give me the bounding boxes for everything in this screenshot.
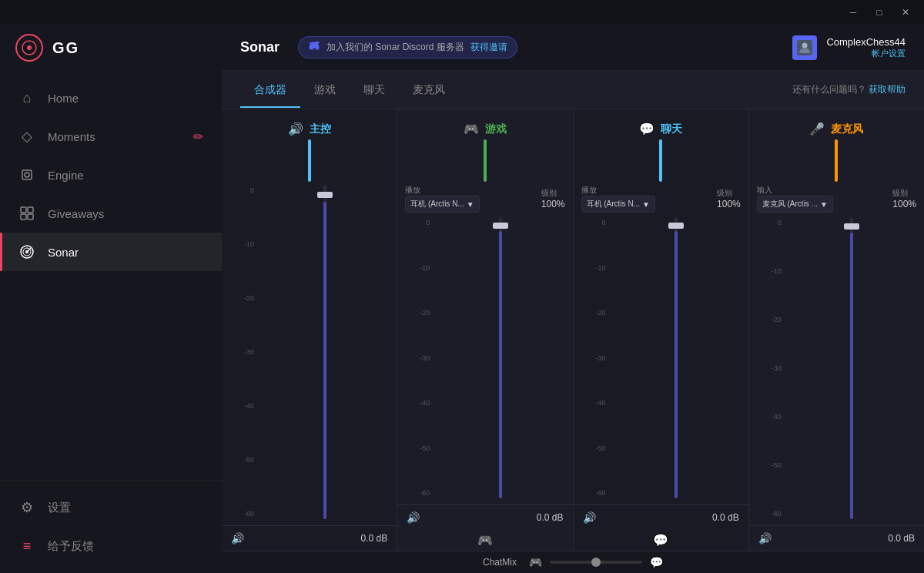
svg-point-12 bbox=[802, 42, 808, 48]
engine-icon bbox=[18, 166, 35, 183]
mic-mute-icon[interactable]: 🔊 bbox=[758, 532, 772, 545]
svg-rect-1 bbox=[22, 170, 32, 179]
chat-db-value: 0.0 dB bbox=[712, 512, 739, 523]
chatmix-thumb[interactable] bbox=[591, 558, 601, 567]
discord-text: 加入我们的 Sonar Discord 服务器 bbox=[326, 41, 464, 54]
maximize-button[interactable]: □ bbox=[867, 0, 892, 25]
mic-device-label: 输入 bbox=[757, 185, 833, 196]
game-fader-thumb[interactable] bbox=[493, 223, 508, 229]
tab-mixer[interactable]: 合成器 bbox=[240, 72, 300, 108]
chat-channel-name: 聊天 bbox=[661, 122, 682, 136]
game-channel-name: 游戏 bbox=[485, 122, 507, 136]
chatmix-game-icon: 🎮 bbox=[529, 556, 542, 568]
sidebar-item-feedback[interactable]: ≡ 给予反馈 bbox=[0, 527, 222, 565]
svg-point-0 bbox=[27, 45, 32, 50]
mic-level: 100% bbox=[892, 199, 916, 209]
logo-area: GG bbox=[0, 25, 222, 71]
chatmix-bar: ChatMix 🎮 💬 bbox=[222, 551, 924, 573]
svg-rect-4 bbox=[28, 207, 33, 213]
close-button[interactable]: ✕ bbox=[893, 0, 918, 25]
sidebar-item-label: Engine bbox=[48, 169, 84, 182]
chatmix-chat-icon: 💬 bbox=[650, 556, 663, 568]
mic-indicator bbox=[835, 139, 838, 182]
chat-level: 100% bbox=[717, 199, 741, 209]
mic-icon: 🎤 bbox=[809, 122, 825, 136]
svg-rect-3 bbox=[21, 207, 26, 213]
game-db-value: 0.0 dB bbox=[537, 512, 564, 523]
sidebar-item-moments[interactable]: ◇ Moments ✏ bbox=[0, 117, 222, 156]
sidebar-item-home[interactable]: ⌂ Home bbox=[0, 79, 222, 117]
chat-device-label: 播放 bbox=[581, 185, 655, 196]
chat-footer-icon: 💬 bbox=[653, 533, 668, 548]
sidebar-item-settings[interactable]: ⚙ 设置 bbox=[0, 488, 222, 527]
chat-device-select[interactable]: 耳机 (Arctis N... ▼ bbox=[581, 196, 655, 213]
app-body: GG ⌂ Home ◇ Moments ✏ Engine bbox=[0, 25, 924, 573]
game-mute-icon[interactable]: 🔊 bbox=[407, 511, 420, 524]
chatmix-label: ChatMix bbox=[483, 557, 517, 568]
master-channel-name: 主控 bbox=[310, 122, 331, 136]
chatmix-slider[interactable] bbox=[550, 561, 642, 564]
logo-text: GG bbox=[52, 39, 79, 57]
master-indicator bbox=[308, 139, 311, 182]
sidebar: GG ⌂ Home ◇ Moments ✏ Engine bbox=[0, 25, 222, 573]
game-footer-icon: 🎮 bbox=[477, 533, 493, 548]
tab-chat[interactable]: 聊天 bbox=[350, 72, 399, 108]
master-fader-thumb[interactable] bbox=[317, 192, 333, 198]
channel-chat: 💬 聊天 播放 耳机 (Arctis N... ▼ bbox=[574, 109, 749, 551]
chat-mute-icon[interactable]: 🔊 bbox=[583, 511, 596, 524]
account-settings-link[interactable]: 帐户设置 bbox=[826, 48, 906, 59]
channel-game: 🎮 游戏 播放 耳机 (Arctis N... ▼ bbox=[397, 109, 573, 551]
sidebar-item-label: Sonar bbox=[48, 246, 79, 259]
game-level: 100% bbox=[541, 199, 565, 209]
help-link[interactable]: 获取帮助 bbox=[869, 84, 906, 95]
sonar-icon bbox=[18, 243, 35, 260]
game-indicator bbox=[484, 139, 487, 182]
settings-icon: ⚙ bbox=[18, 499, 35, 516]
game-device-select[interactable]: 耳机 (Arctis N... ▼ bbox=[405, 196, 479, 213]
topbar-right: ComplexChess44 帐户设置 bbox=[792, 35, 906, 60]
master-mute-icon[interactable]: 🔊 bbox=[231, 532, 244, 545]
sidebar-item-label: 给予反馈 bbox=[48, 539, 94, 554]
sidebar-item-label: Home bbox=[48, 92, 79, 105]
discord-badge[interactable]: 加入我们的 Sonar Discord 服务器 获得邀请 bbox=[298, 36, 517, 59]
sidebar-item-sonar[interactable]: Sonar bbox=[0, 233, 222, 271]
master-icon: 🔊 bbox=[288, 122, 303, 136]
username: ComplexChess44 bbox=[826, 36, 906, 48]
tabs-bar: 合成器 游戏 聊天 麦克风 还有什么问题吗？ 获取帮助 bbox=[222, 71, 924, 109]
minimize-button[interactable]: ─ bbox=[841, 0, 865, 25]
chat-fader-thumb[interactable] bbox=[668, 223, 684, 229]
tab-mic[interactable]: 麦克风 bbox=[399, 72, 459, 108]
tab-game[interactable]: 游戏 bbox=[300, 72, 350, 108]
home-icon: ⌂ bbox=[18, 89, 35, 106]
svg-point-2 bbox=[25, 173, 29, 177]
tab-help: 还有什么问题吗？ 获取帮助 bbox=[792, 83, 906, 96]
giveaways-icon bbox=[18, 205, 35, 222]
chat-icon: 💬 bbox=[639, 122, 654, 136]
user-info: ComplexChess44 帐户设置 bbox=[826, 36, 906, 59]
master-db-value: 0.0 dB bbox=[361, 533, 388, 544]
chat-indicator bbox=[659, 139, 662, 182]
titlebar: ─ □ ✕ bbox=[0, 0, 924, 25]
svg-rect-6 bbox=[28, 214, 33, 219]
moments-icon: ◇ bbox=[18, 128, 35, 145]
game-icon: 🎮 bbox=[464, 122, 479, 136]
mic-device-select[interactable]: 麦克风 (Arctis ... ▼ bbox=[757, 196, 833, 213]
content-area: Sonar 加入我们的 Sonar Discord 服务器 获得邀请 bbox=[222, 25, 924, 573]
discord-invite-link[interactable]: 获得邀请 bbox=[470, 41, 507, 54]
logo-icon bbox=[15, 34, 43, 62]
mic-channel-name: 麦克风 bbox=[831, 122, 863, 136]
user-avatar bbox=[792, 35, 817, 60]
mic-fader-thumb[interactable] bbox=[844, 223, 859, 230]
channel-master: 🔊 主控 0-10-20-30-40-50-60 bbox=[222, 109, 397, 551]
discord-icon bbox=[308, 40, 320, 55]
moments-badge: ✏ bbox=[193, 129, 203, 144]
topbar: Sonar 加入我们的 Sonar Discord 服务器 获得邀请 bbox=[222, 25, 924, 71]
channel-mic: 🎤 麦克风 输入 麦克风 (Arctis ... ▼ bbox=[749, 109, 924, 551]
mic-db-value: 0.0 dB bbox=[888, 533, 915, 544]
sidebar-item-giveaways[interactable]: Giveaways bbox=[0, 194, 222, 233]
sidebar-item-label: Giveaways bbox=[48, 207, 104, 220]
sidebar-bottom: ⚙ 设置 ≡ 给予反馈 bbox=[0, 480, 222, 573]
sidebar-item-engine[interactable]: Engine bbox=[0, 156, 222, 194]
svg-rect-5 bbox=[21, 214, 26, 219]
game-device-label: 播放 bbox=[405, 185, 479, 196]
